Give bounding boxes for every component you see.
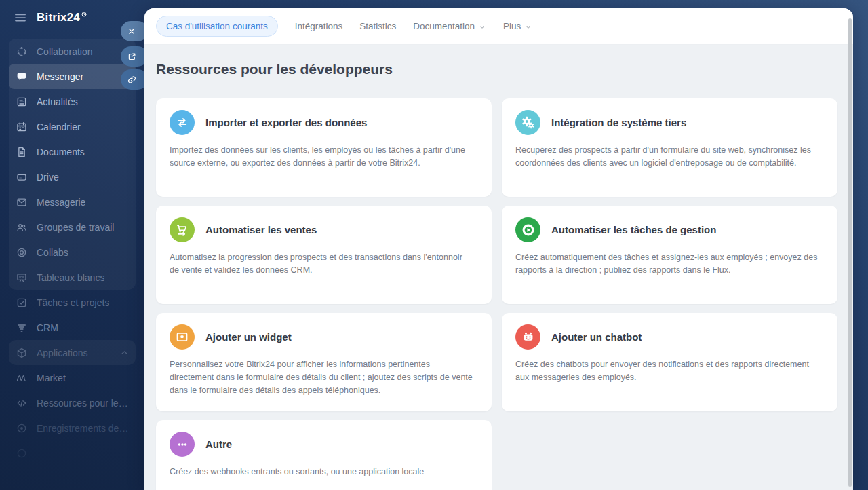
- card-description: Récupérez des prospects à partir d'un fo…: [515, 144, 824, 170]
- sidebar-item-label: Documents: [37, 147, 85, 157]
- robot-icon: [515, 324, 540, 350]
- gears-icon: [515, 110, 540, 135]
- brand-name: Bitrix24: [37, 11, 80, 24]
- brand-logo[interactable]: Bitrix24: [37, 11, 87, 24]
- card-header: Importer et exporter des données: [170, 110, 478, 135]
- tab-integrations[interactable]: Intégrations: [295, 21, 343, 31]
- sidebar-item-label: Groupes de travail: [37, 222, 114, 233]
- card-title: Intégration de système tiers: [551, 117, 686, 128]
- tab-documentation[interactable]: Documentation: [413, 21, 486, 31]
- card-description: Importez des données sur les clients, le…: [170, 144, 478, 170]
- sidebar-item-label: Collaboration: [37, 46, 93, 57]
- sidebar-item-ressources-pour-les[interactable]: Ressources pour les ...: [9, 390, 136, 415]
- circle-icon: [15, 447, 28, 459]
- sidebar-item-documents[interactable]: Documents: [9, 139, 136, 164]
- tab-statistics[interactable]: Statistics: [359, 21, 396, 31]
- sidebar-item-taches-et-projets[interactable]: Tâches et projets: [9, 290, 136, 315]
- card-automatiser-les-taches-de-gestion[interactable]: Automatiser les tâches de gestionCréez a…: [502, 206, 837, 304]
- sidebar-item-enregistrements-des[interactable]: Enregistrements des...: [9, 415, 136, 440]
- sidebar-item-label: Collabs: [37, 247, 68, 258]
- tab-plus[interactable]: Plus: [503, 21, 532, 31]
- sync-arrows-icon: [170, 110, 195, 135]
- sidebar-item-collabs[interactable]: Collabs: [9, 240, 136, 265]
- sidebar-item-tableaux-blancs[interactable]: Tableaux blancs: [9, 265, 136, 290]
- sidebar-item-label: Messenger: [37, 71, 83, 82]
- clock-mark-icon: [81, 12, 87, 17]
- sidebar-item-market[interactable]: Market: [9, 365, 136, 390]
- market-icon: [15, 372, 28, 384]
- sidebar-item-drive[interactable]: Drive: [9, 164, 136, 189]
- chevron-down-icon: [524, 23, 532, 31]
- card-ajouter-un-chatbot[interactable]: Ajouter un chatbotCréez des chatbots pou…: [502, 313, 837, 411]
- menu-group: Applications: [9, 340, 136, 365]
- play-icon: [515, 217, 540, 242]
- card-title: Ajouter un widget: [205, 331, 292, 343]
- card-header: Automatiser les tâches de gestion: [515, 217, 824, 242]
- card-title: Automatiser les ventes: [205, 224, 317, 235]
- close-panel-button[interactable]: [121, 21, 148, 41]
- tab-cas-d-utilisation-courants[interactable]: Cas d'utilisation courants: [156, 16, 278, 37]
- content-area: Ressources pour les développeurs Importe…: [144, 45, 853, 490]
- document-icon: [15, 146, 28, 158]
- record-icon: [15, 422, 28, 434]
- news-icon: [15, 96, 28, 108]
- sidebar-item-messenger[interactable]: Messenger: [9, 64, 136, 89]
- open-in-new-window-button[interactable]: [121, 46, 148, 67]
- card-integration-de-systeme-tiers[interactable]: Intégration de système tiersRécupérez de…: [502, 98, 837, 197]
- external-link-icon: [127, 52, 137, 62]
- card-title: Autre: [205, 438, 232, 450]
- card-description: Créez des webhooks entrants ou sortants,…: [170, 466, 478, 478]
- menu-toggle-icon[interactable]: [14, 11, 27, 24]
- sidebar-item-label: Market: [37, 373, 66, 383]
- people-icon: [15, 221, 28, 233]
- card-automatiser-les-ventes[interactable]: Automatiser les ventesAutomatisez la pro…: [156, 206, 492, 304]
- sidebar-item-groupes-de-travail[interactable]: Groupes de travail: [9, 214, 136, 240]
- card-ajouter-un-widget[interactable]: Ajouter un widgetPersonnalisez votre Bit…: [156, 313, 492, 411]
- calendar-icon: [15, 121, 28, 133]
- card-title: Automatiser les tâches de gestion: [551, 224, 716, 235]
- card-autre[interactable]: AutreCréez des webhooks entrants ou sort…: [156, 420, 492, 490]
- sidebar-item-label: Drive: [37, 172, 59, 183]
- vertical-scrollbar[interactable]: [848, 18, 852, 487]
- sidebar-item-label: Tableaux blancs: [37, 272, 104, 283]
- tab-label: Statistics: [359, 21, 396, 31]
- link-icon: [127, 75, 137, 85]
- sidebar-item-collaboration[interactable]: Collaboration: [9, 39, 136, 64]
- sidebar-item-calendrier[interactable]: Calendrier: [9, 114, 136, 139]
- drive-icon: [15, 171, 28, 183]
- sidebar-menu: CollaborationMessengerActualitésCalendri…: [0, 39, 144, 466]
- card-header: Intégration de système tiers: [515, 110, 824, 135]
- cube-icon: [15, 347, 28, 359]
- card-importer-et-exporter-des-donnees[interactable]: Importer et exporter des donnéesImportez…: [156, 98, 492, 197]
- sidebar-item-label: Calendrier: [37, 121, 81, 132]
- sidebar-item-hidden[interactable]: [9, 440, 136, 466]
- sidebar-item-label: Enregistrements des...: [37, 423, 130, 434]
- sidebar-item-applications[interactable]: Applications: [9, 340, 136, 365]
- sidebar-item-label: Ressources pour les ...: [37, 398, 130, 409]
- tasks-icon: [15, 297, 28, 309]
- widget-icon: [170, 324, 195, 350]
- collabs-icon: [15, 246, 28, 259]
- tab-label: Documentation: [413, 21, 475, 31]
- messenger-icon: [15, 71, 28, 83]
- tab-label: Intégrations: [295, 21, 343, 31]
- page-title: Ressources pour les développeurs: [156, 61, 837, 77]
- copy-link-button[interactable]: [121, 69, 148, 90]
- card-title: Ajouter un chatbot: [551, 331, 642, 343]
- chevron-down-icon: [478, 23, 486, 31]
- sidebar-item-label: Actualités: [37, 96, 78, 107]
- menu-group: CollaborationMessengerActualitésCalendri…: [9, 39, 136, 290]
- collaboration-icon: [15, 45, 28, 58]
- tab-label: Cas d'utilisation courants: [166, 21, 268, 31]
- sidebar-item-label: Tâches et projets: [37, 297, 109, 308]
- sidebar-item-label: Applications: [37, 347, 88, 358]
- divider: [9, 33, 136, 33]
- card-header: Ajouter un widget: [170, 324, 478, 350]
- card-description: Créez automatiquement des tâches et assi…: [515, 251, 824, 277]
- sidebar-item-actualites[interactable]: Actualités: [9, 89, 136, 114]
- sidebar-item-label: Messagerie: [37, 197, 85, 208]
- sidebar-item-crm[interactable]: CRM: [9, 315, 136, 340]
- tab-bar: Cas d'utilisation courantsIntégrationsSt…: [156, 16, 532, 37]
- card-title: Importer et exporter des données: [205, 117, 367, 128]
- sidebar-item-messagerie[interactable]: Messagerie: [9, 189, 136, 214]
